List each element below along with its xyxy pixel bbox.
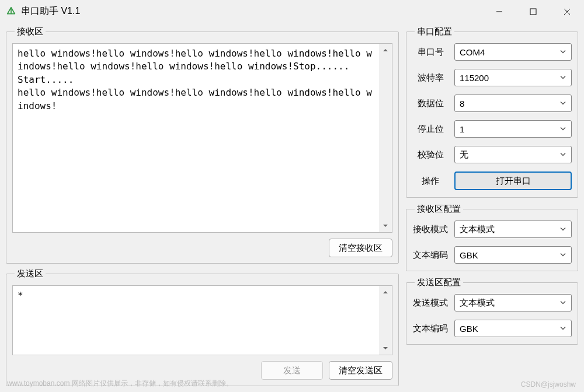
databits-label: 数据位 (412, 98, 449, 109)
databits-value: 8 (460, 99, 464, 108)
send-config-legend: 发送区配置 (415, 277, 463, 288)
scroll-up-icon[interactable] (379, 44, 392, 57)
recv-mode-label: 接收模式 (412, 224, 449, 235)
send-buttons: 发送 清空发送区 (12, 361, 392, 380)
chevron-down-icon (559, 250, 566, 260)
send-mode-value: 文本模式 (460, 298, 495, 309)
minimize-button[interactable] (482, 0, 516, 23)
operation-row: 操作 打开串口 (412, 172, 572, 190)
recv-enc-combo[interactable]: GBK (454, 246, 572, 264)
port-value: COM4 (460, 47, 485, 57)
app-window: 串口助手 V1.1 接收区 hello windows!hello window… (0, 0, 584, 392)
receive-text: hello windows!hello windows!hello window… (13, 44, 392, 232)
recv-mode-row: 接收模式 文本模式 (412, 220, 572, 238)
port-label: 串口号 (412, 47, 449, 58)
send-enc-combo[interactable]: GBK (454, 320, 572, 337)
receive-buttons: 清空接收区 (12, 239, 392, 257)
receive-textarea[interactable]: hello windows!hello windows!hello window… (12, 43, 392, 233)
receive-scrollbar[interactable] (379, 44, 392, 232)
baud-value: 115200 (460, 73, 489, 83)
chevron-down-icon (559, 150, 566, 160)
send-enc-row: 文本编码 GBK (412, 320, 572, 337)
chevron-down-icon (559, 324, 566, 334)
chevron-down-icon (559, 99, 566, 108)
send-mode-combo[interactable]: 文本模式 (454, 294, 572, 312)
stopbits-combo[interactable]: 1 (454, 120, 572, 138)
send-enc-value: GBK (460, 324, 478, 334)
chevron-down-icon (559, 124, 566, 134)
send-scrollbar[interactable] (379, 286, 392, 355)
port-combo[interactable]: COM4 (454, 43, 572, 61)
window-title: 串口助手 V1.1 (21, 5, 482, 19)
window-buttons (482, 0, 584, 23)
serial-config-legend: 串口配置 (415, 26, 454, 37)
scroll-down-icon[interactable] (379, 219, 392, 232)
send-textarea[interactable]: * (12, 285, 392, 355)
recv-mode-combo[interactable]: 文本模式 (454, 220, 572, 238)
receive-legend: 接收区 (15, 26, 46, 37)
send-enc-label: 文本编码 (412, 323, 449, 334)
receive-group: 接收区 hello windows!hello windows!hello wi… (6, 26, 399, 264)
scroll-up-icon[interactable] (379, 286, 392, 299)
maximize-button[interactable] (516, 0, 550, 23)
send-mode-label: 发送模式 (412, 298, 449, 309)
send-group: 发送区 * 发送 清空发送区 (6, 268, 399, 386)
serial-config-group: 串口配置 串口号 COM4 波特率 115200 数据位 (406, 26, 578, 198)
close-button[interactable] (550, 0, 584, 23)
stopbits-label: 停止位 (412, 124, 449, 135)
recv-mode-value: 文本模式 (460, 224, 495, 235)
send-legend: 发送区 (15, 268, 46, 279)
stopbits-row: 停止位 1 (412, 120, 572, 138)
port-row: 串口号 COM4 (412, 43, 572, 61)
left-column: 接收区 hello windows!hello windows!hello wi… (6, 26, 399, 386)
chevron-down-icon (559, 73, 566, 83)
recv-enc-label: 文本编码 (412, 250, 449, 261)
parity-value: 无 (460, 149, 468, 160)
baud-label: 波特率 (412, 72, 449, 83)
titlebar: 串口助手 V1.1 (0, 0, 584, 23)
watermark-left: www.toymoban.com 网络图片仅供展示，非存储，如有侵权请联系删除。 (7, 379, 233, 388)
databits-combo[interactable]: 8 (454, 94, 572, 112)
watermark-right: CSDN@jsjwoshw (521, 380, 576, 388)
databits-row: 数据位 8 (412, 94, 572, 112)
parity-row: 校验位 无 (412, 146, 572, 163)
scroll-down-icon[interactable] (379, 342, 392, 355)
open-port-button[interactable]: 打开串口 (454, 172, 572, 190)
stopbits-value: 1 (460, 124, 464, 134)
chevron-down-icon (559, 225, 566, 235)
right-column: 串口配置 串口号 COM4 波特率 115200 数据位 (406, 26, 578, 386)
content-area: 接收区 hello windows!hello windows!hello wi… (0, 23, 584, 392)
recv-enc-row: 文本编码 GBK (412, 246, 572, 264)
recv-enc-value: GBK (460, 250, 478, 260)
clear-send-button[interactable]: 清空发送区 (329, 361, 392, 380)
baud-combo[interactable]: 115200 (454, 69, 572, 86)
parity-combo[interactable]: 无 (454, 146, 572, 163)
recv-config-group: 接收区配置 接收模式 文本模式 文本编码 GBK (406, 204, 578, 271)
baud-row: 波特率 115200 (412, 69, 572, 86)
clear-receive-button[interactable]: 清空接收区 (329, 239, 392, 257)
app-icon (6, 6, 16, 17)
operation-label: 操作 (412, 176, 449, 187)
svg-rect-1 (530, 9, 536, 15)
send-text: * (13, 286, 392, 355)
chevron-down-icon (559, 298, 566, 308)
send-button[interactable]: 发送 (261, 361, 323, 380)
send-mode-row: 发送模式 文本模式 (412, 294, 572, 312)
recv-config-legend: 接收区配置 (415, 204, 463, 215)
chevron-down-icon (559, 47, 566, 57)
send-config-group: 发送区配置 发送模式 文本模式 文本编码 GBK (406, 277, 578, 345)
parity-label: 校验位 (412, 149, 449, 160)
